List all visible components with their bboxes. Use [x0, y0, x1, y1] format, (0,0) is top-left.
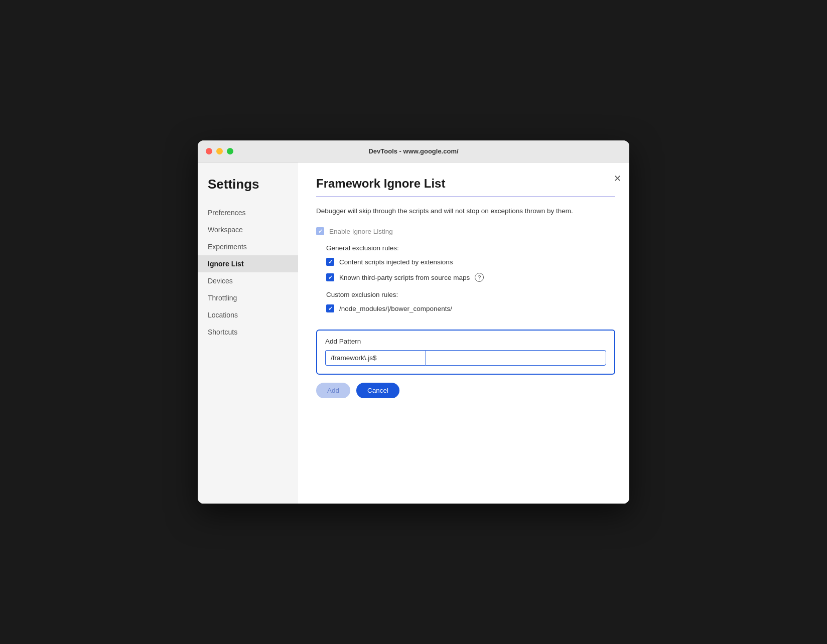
third-party-scripts-rule-row: ✓ Known third-party scripts from source … [326, 273, 615, 282]
check-icon: ✓ [328, 306, 333, 311]
sidebar-item-workspace[interactable]: Workspace [198, 221, 298, 238]
content-scripts-label: Content scripts injected by extensions [339, 258, 453, 266]
node-modules-checkbox[interactable]: ✓ [326, 304, 334, 312]
add-button[interactable]: Add [316, 383, 350, 398]
custom-exclusion-label: Custom exclusion rules: [326, 291, 615, 298]
sidebar-item-preferences[interactable]: Preferences [198, 204, 298, 221]
node-modules-rule-row: ✓ /node_modules/|/bower_components/ [326, 304, 615, 312]
traffic-lights [206, 148, 233, 154]
general-exclusion-section: General exclusion rules: ✓ Content scrip… [316, 244, 615, 282]
sidebar-item-throttling[interactable]: Throttling [198, 289, 298, 306]
general-exclusion-label: General exclusion rules: [326, 244, 615, 252]
question-mark: ? [478, 274, 481, 280]
check-icon: ✓ [328, 259, 333, 265]
sidebar-item-experiments[interactable]: Experiments [198, 238, 298, 255]
cancel-button[interactable]: Cancel [356, 383, 399, 398]
section-divider [316, 197, 615, 197]
titlebar: DevTools - www.google.com/ [198, 140, 629, 163]
maximize-traffic-light[interactable] [227, 148, 233, 154]
section-description: Debugger will skip through the scripts a… [316, 206, 615, 216]
devtools-window: DevTools - www.google.com/ Settings Pref… [198, 140, 629, 504]
check-icon: ✓ [318, 229, 323, 234]
sidebar-item-shortcuts[interactable]: Shortcuts [198, 324, 298, 341]
pattern-input-right[interactable] [426, 350, 606, 366]
minimize-traffic-light[interactable] [216, 148, 223, 154]
content-scripts-checkbox[interactable]: ✓ [326, 258, 334, 266]
sidebar-heading: Settings [198, 177, 298, 204]
pattern-input-row [325, 350, 606, 366]
enable-ignore-listing-label: Enable Ignore Listing [329, 228, 393, 235]
third-party-scripts-checkbox[interactable]: ✓ [326, 273, 334, 281]
pattern-input-left[interactable] [325, 350, 426, 366]
sidebar-item-locations[interactable]: Locations [198, 306, 298, 324]
section-title: Framework Ignore List [316, 177, 615, 191]
sidebar-item-devices[interactable]: Devices [198, 272, 298, 289]
window-title: DevTools - www.google.com/ [368, 147, 458, 155]
sidebar-item-ignore-list[interactable]: Ignore List [198, 255, 298, 272]
add-pattern-label: Add Pattern [325, 338, 606, 345]
third-party-help-icon[interactable]: ? [475, 273, 484, 282]
buttons-row: Add Cancel [316, 383, 615, 398]
custom-exclusion-section: Custom exclusion rules: ✓ /node_modules/… [316, 291, 615, 312]
sidebar: Settings Preferences Workspace Experimen… [198, 163, 298, 504]
close-traffic-light[interactable] [206, 148, 212, 154]
content-scripts-rule-row: ✓ Content scripts injected by extensions [326, 258, 615, 266]
add-pattern-container: Add Pattern [316, 330, 615, 375]
window-body: Settings Preferences Workspace Experimen… [198, 163, 629, 504]
node-modules-label: /node_modules/|/bower_components/ [339, 305, 452, 312]
main-content: ✕ Framework Ignore List Debugger will sk… [298, 163, 629, 504]
enable-ignore-listing-row: ✓ Enable Ignore Listing [316, 227, 615, 235]
check-icon: ✓ [328, 275, 333, 280]
third-party-scripts-label: Known third-party scripts from source ma… [339, 274, 470, 281]
close-icon: ✕ [614, 173, 621, 184]
enable-ignore-listing-checkbox[interactable]: ✓ [316, 227, 324, 235]
close-button[interactable]: ✕ [610, 172, 624, 186]
